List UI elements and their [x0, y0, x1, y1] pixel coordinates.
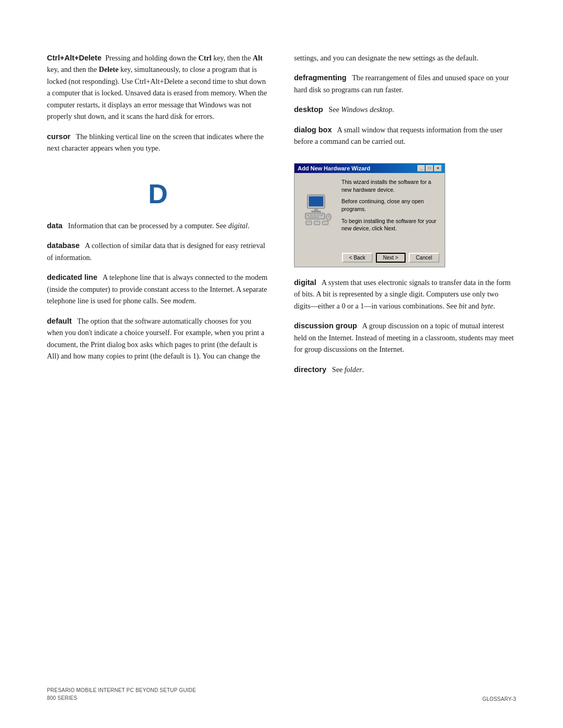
content-area: Ctrl+Alt+Delete Pressing and holding dow…: [47, 52, 516, 384]
left-column: Ctrl+Alt+Delete Pressing and holding dow…: [47, 52, 269, 384]
svg-rect-1: [309, 196, 323, 207]
entry-desktop: desktop See Windows desktop.: [294, 104, 516, 115]
entry-cursor: cursor The blinking vertical line on the…: [47, 131, 269, 154]
right-column: settings, and you can designate the new …: [294, 52, 516, 384]
entry-dialog-box: dialog box A small window that requests …: [294, 124, 516, 147]
entry-defragmenting: defragmenting The rearrangement of files…: [294, 72, 516, 95]
entry-data: data Information that can be processed b…: [47, 220, 269, 231]
body-default: The option that the software automatical…: [47, 317, 264, 360]
entry-directory: directory See folder.: [294, 364, 516, 375]
hardware-wizard-icon: [303, 194, 333, 228]
term-digital: digital: [294, 278, 316, 287]
dialog-titlebar-buttons: _ □ ×: [418, 165, 442, 171]
dialog-close-btn: ×: [434, 165, 442, 171]
term-default: default: [47, 317, 72, 325]
body-cursor: The blinking vertical line on the screen…: [47, 132, 264, 152]
dialog-back-button[interactable]: < Back: [342, 253, 373, 263]
footer-series: 800 Series: [47, 694, 196, 702]
body-database: A collection of similar data that is des…: [47, 241, 265, 261]
term-discussion-group: discussion group: [294, 322, 357, 330]
dialog-title: Add New Hardware Wizard: [298, 165, 370, 171]
svg-rect-4: [305, 213, 325, 219]
dialog-icon-area: [300, 178, 336, 244]
footer-right: Glossary-3: [482, 696, 516, 702]
svg-rect-6: [310, 215, 313, 216]
dialog-maximize-btn: □: [426, 165, 433, 171]
entry-default: default The option that the software aut…: [47, 315, 269, 362]
body-desktop: See Windows desktop.: [325, 105, 394, 114]
dialog-cancel-button[interactable]: Cancel: [409, 253, 439, 263]
entry-discussion-group: discussion group A group discussion on a…: [294, 320, 516, 355]
body-ctrl-alt-delete: Pressing and holding down the Ctrl key, …: [47, 54, 267, 120]
dialog-next-button[interactable]: Next >: [376, 253, 406, 263]
entry-digital: digital A system that uses electronic si…: [294, 277, 516, 312]
section-letter-d: D: [47, 178, 269, 209]
dialog-buttons-row: < Back Next > Cancel: [342, 253, 439, 263]
svg-rect-2: [314, 208, 318, 211]
dialog-text-line1: This wizard installs the software for a …: [341, 178, 439, 193]
term-defragmenting: defragmenting: [294, 73, 347, 82]
entry-dedicated-line: dedicated line A telephone line that is …: [47, 272, 269, 306]
body-default-continued: settings, and you can designate the new …: [294, 54, 479, 62]
term-desktop: desktop: [294, 105, 323, 114]
svg-rect-3: [311, 211, 321, 213]
term-directory: directory: [294, 365, 326, 374]
svg-rect-14: [314, 221, 320, 225]
entry-ctrl-alt-delete: Ctrl+Alt+Delete Pressing and holding dow…: [47, 52, 269, 122]
body-digital: A system that uses electronic signals to…: [294, 278, 511, 310]
term-database: database: [47, 241, 80, 250]
svg-rect-9: [321, 215, 323, 216]
page: Ctrl+Alt+Delete Pressing and holding dow…: [0, 0, 563, 728]
dialog-minimize-btn: _: [418, 165, 425, 171]
entry-database: database A collection of similar data th…: [47, 240, 269, 263]
footer-title: Presario Mobile Internet PC Beyond Setup…: [47, 686, 196, 694]
dialog-box-screenshot: Add New Hardware Wizard _ □ ×: [294, 163, 445, 267]
dialog-titlebar: Add New Hardware Wizard _ □ ×: [295, 164, 445, 173]
body-directory: See folder.: [328, 365, 364, 374]
term-dialog-box: dialog box: [294, 126, 332, 134]
term-dedicated-line: dedicated line: [47, 273, 97, 281]
footer-left: Presario Mobile Internet PC Beyond Setup…: [47, 686, 196, 702]
body-data: Information that can be processed by a c…: [64, 221, 249, 230]
dialog-text-line5: To begin installing the software for you…: [341, 217, 439, 232]
dialog-text-line3: Before continuing, close any open progra…: [341, 198, 439, 213]
dialog-content: This wizard installs the software for a …: [295, 173, 445, 247]
svg-rect-8: [317, 215, 320, 216]
svg-rect-13: [306, 221, 312, 225]
term-ctrl-alt-delete: Ctrl+Alt+Delete: [47, 54, 102, 62]
term-cursor: cursor: [47, 132, 70, 141]
svg-rect-5: [307, 215, 310, 216]
footer: Presario Mobile Internet PC Beyond Setup…: [47, 686, 516, 702]
svg-rect-7: [314, 215, 316, 216]
svg-rect-15: [322, 221, 328, 225]
dialog-text-content: This wizard installs the software for a …: [341, 178, 439, 244]
svg-rect-10: [308, 217, 319, 218]
term-data: data: [47, 221, 63, 230]
entry-default-continued: settings, and you can designate the new …: [294, 52, 516, 64]
